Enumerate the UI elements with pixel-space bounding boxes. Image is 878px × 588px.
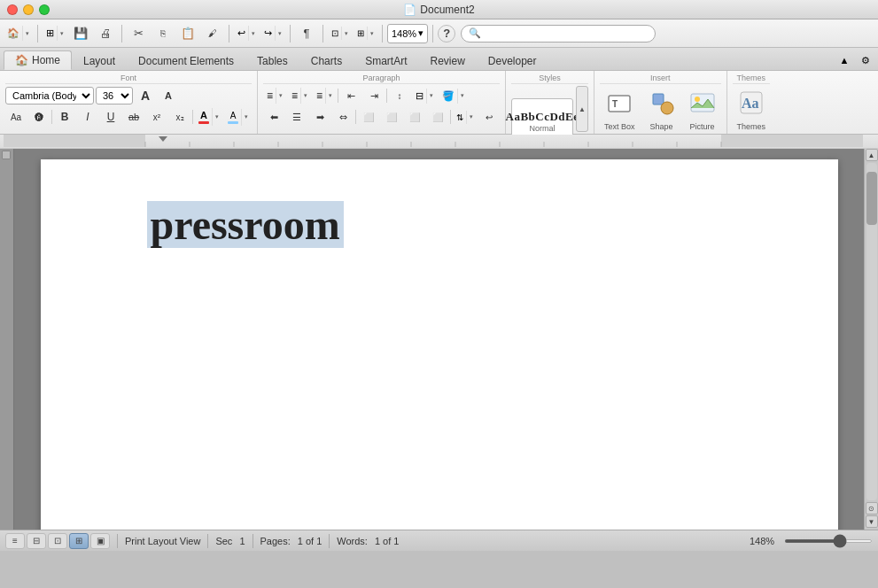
scroll-thumb[interactable]: [866, 172, 877, 225]
toolbar-separator: [322, 25, 323, 43]
document-area[interactable]: pressroom: [14, 149, 864, 530]
ribbon-collapse-button[interactable]: ▲: [835, 52, 853, 68]
font-section: Font Cambria (Body) 36 89101112 14161824…: [0, 71, 258, 134]
ribbon-settings-button[interactable]: ⚙: [857, 52, 874, 68]
strikethrough-button[interactable]: ab: [123, 107, 144, 127]
tab-charts[interactable]: Charts: [299, 50, 354, 70]
justify-button[interactable]: ⇔: [332, 107, 354, 127]
subscript-button[interactable]: x₂: [169, 107, 190, 127]
tab-developer[interactable]: Developer: [477, 50, 548, 70]
align-center-button[interactable]: ☰: [286, 107, 307, 127]
italic-button[interactable]: I: [77, 107, 98, 127]
font-name-select[interactable]: Cambria (Body): [5, 87, 94, 104]
tab-document-elements[interactable]: Document Elements: [127, 50, 245, 70]
new-document-button[interactable]: ⊞ ▾: [43, 25, 67, 42]
home-tab-icon: 🏠: [15, 54, 28, 66]
tab-layout[interactable]: Layout: [72, 50, 127, 70]
sort-button[interactable]: ⇅ ▾: [453, 110, 477, 125]
search-input[interactable]: [485, 28, 644, 39]
text-color-button[interactable]: A ▾: [195, 107, 222, 127]
style-up-button[interactable]: ▲: [576, 86, 588, 132]
save-button[interactable]: 💾: [69, 23, 92, 44]
sort-icon: ⇅: [454, 111, 467, 124]
shading-button[interactable]: 🪣 ▾: [439, 88, 468, 104]
borders-button[interactable]: ⊟ ▾: [412, 88, 437, 104]
font-format-row: Aa 🅐 B I U ab x² x₂ A ▾ A: [5, 107, 252, 127]
font-size-control: 36 89101112 141618243648: [96, 87, 133, 104]
pages-value: 1 of 1: [298, 536, 322, 546]
view2-button[interactable]: ⊞ ▾: [354, 26, 377, 41]
view2-arrow: ▾: [368, 27, 377, 40]
view-button[interactable]: ⊡ ▾: [328, 26, 352, 41]
align-left-button[interactable]: ⬅: [263, 107, 284, 127]
view-web-button[interactable]: ▣: [90, 533, 110, 549]
insert-section-label: Insert: [600, 74, 721, 84]
decrease-indent-button[interactable]: ⇤: [340, 86, 361, 105]
view-arrow: ▾: [342, 27, 351, 40]
picture-button[interactable]: Picture: [684, 86, 721, 134]
increase-font-size-button[interactable]: A: [135, 86, 156, 105]
zoom-control[interactable]: 148% ▾: [387, 24, 428, 43]
align-right-button[interactable]: ➡: [309, 107, 330, 127]
scroll-down-button[interactable]: ▼: [866, 515, 878, 528]
view-normal-button[interactable]: ≡: [5, 533, 25, 549]
redo-button[interactable]: ↪ ▾: [260, 25, 285, 42]
bullets-button[interactable]: ≡ ▾: [263, 87, 286, 104]
change-case-button[interactable]: Aa: [5, 107, 27, 127]
decrease-font-size-button[interactable]: A: [158, 86, 179, 105]
shape-button[interactable]: Shape: [643, 86, 680, 134]
search-bar[interactable]: 🔍: [461, 25, 656, 43]
minimize-button[interactable]: [23, 4, 34, 15]
bold-button[interactable]: B: [54, 107, 75, 127]
text-box-button[interactable]: T Text Box: [600, 86, 640, 134]
view-outline-button[interactable]: ⊟: [27, 533, 46, 549]
svg-rect-8: [4, 135, 145, 147]
multi-list-button[interactable]: ≡ ▾: [313, 87, 336, 104]
home-button[interactable]: 🏠 ▾: [4, 25, 33, 42]
scroll-track[interactable]: [866, 163, 877, 500]
maximize-button[interactable]: [39, 4, 50, 15]
view-print-layout-button[interactable]: ⊞: [69, 533, 89, 549]
cut-button[interactable]: ✂: [127, 23, 150, 44]
paragraph-section: Paragraph ≡ ▾ ≡ ▾ ≡ ▾ ⇤ ⇥ ↕ ⊟: [258, 71, 506, 134]
align-center2-button[interactable]: ⬜: [381, 107, 402, 127]
tab-home[interactable]: 🏠 Home: [4, 50, 72, 70]
vertical-scrollbar[interactable]: ▲ ⊙ ▼: [864, 149, 878, 530]
view-draft-button[interactable]: ⊡: [48, 533, 67, 549]
borders-arrow: ▾: [427, 89, 436, 104]
paste-button[interactable]: 📋: [176, 23, 199, 44]
highlight-color-button[interactable]: A ▾: [224, 108, 252, 127]
clear-format-button[interactable]: 🅐: [28, 107, 50, 127]
themes-button[interactable]: Aa Themes: [733, 86, 771, 134]
align-justify2-button[interactable]: ⬜: [427, 107, 448, 127]
ruler: [0, 135, 878, 149]
align-right2-button[interactable]: ⬜: [404, 107, 425, 127]
close-button[interactable]: [7, 4, 18, 15]
increase-indent-button[interactable]: ⇥: [363, 86, 385, 105]
copy-button[interactable]: ⎘: [152, 23, 175, 44]
print-button[interactable]: 🖨: [94, 23, 117, 44]
document-content[interactable]: pressroom: [94, 149, 344, 248]
selected-text[interactable]: pressroom: [147, 201, 344, 248]
underline-button[interactable]: U: [100, 107, 121, 127]
font-size-select[interactable]: 36 89101112 141618243648: [96, 87, 133, 104]
undo-button[interactable]: ↩ ▾: [234, 25, 259, 42]
ruler-corner[interactable]: [2, 151, 11, 159]
superscript-button[interactable]: x²: [146, 107, 167, 127]
help-button[interactable]: ?: [438, 25, 455, 43]
tab-review[interactable]: Review: [418, 50, 476, 70]
paragraph-marks-button[interactable]: ¶: [295, 23, 318, 44]
section-value: 1: [239, 536, 245, 546]
tab-tables[interactable]: Tables: [245, 50, 299, 70]
zoom-slider[interactable]: [784, 539, 873, 543]
tab-smartart[interactable]: SmartArt: [354, 50, 418, 70]
document-page[interactable]: pressroom: [41, 159, 838, 530]
format-painter-button[interactable]: 🖌: [201, 23, 224, 44]
numbering-button[interactable]: ≡ ▾: [288, 87, 311, 104]
line-spacing-button[interactable]: ↕: [389, 86, 410, 105]
scroll-up-button[interactable]: ▲: [866, 149, 878, 161]
scroll-prev-page[interactable]: ⊙: [866, 502, 878, 514]
new-doc-icon: ⊞: [43, 26, 58, 41]
paragraph-dialog-button[interactable]: ↩: [478, 107, 500, 127]
align-left2-button[interactable]: ⬜: [358, 107, 379, 127]
